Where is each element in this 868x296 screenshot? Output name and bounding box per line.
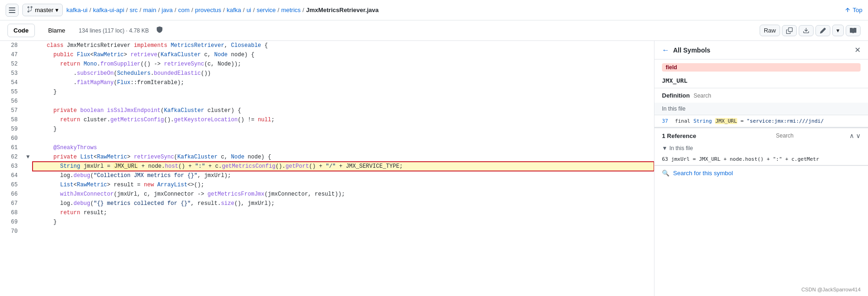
branch-chevron-icon: ▾ (55, 7, 59, 13)
line-number: 57 (0, 106, 23, 115)
breadcrumb-main[interactable]: main (143, 7, 156, 13)
line-code: .flatMapMany(Flux::fromIterable); (33, 78, 654, 87)
top-button[interactable]: Top (844, 7, 862, 13)
line-code (33, 134, 654, 143)
reference-search-input[interactable] (776, 132, 846, 139)
line-number: 66 (0, 190, 23, 199)
table-row: 64 log.debug("Collection JMX metrics for… (0, 171, 654, 180)
code-table: 28 class JmxMetricsRetriever implements … (0, 41, 654, 236)
search-symbol-row[interactable]: 🔍 Search for this symbol (654, 165, 868, 180)
breadcrumb-kafka[interactable]: kafka (227, 7, 241, 13)
reference-count: 1 Reference (662, 132, 696, 139)
sidebar-toggle[interactable] (6, 4, 19, 17)
table-row: 59 } (0, 125, 654, 134)
code-panel[interactable]: 28 class JmxMetricsRetriever implements … (0, 41, 654, 296)
table-row: 55 } (0, 87, 654, 97)
breadcrumb-metrics[interactable]: metrics (281, 7, 300, 13)
breadcrumb-service[interactable]: service (257, 7, 276, 13)
ref-collapse-up[interactable]: ∧ (849, 132, 854, 139)
line-number: 28 (0, 41, 23, 50)
line-number: 70 (0, 227, 23, 236)
line-number: 53 (0, 69, 23, 78)
copy-button[interactable] (782, 25, 797, 36)
table-row: 63 String jmxUrl = JMX_URL + node.host()… (0, 162, 654, 171)
close-button[interactable]: ✕ (855, 46, 861, 54)
symbols-button[interactable] (846, 25, 861, 36)
breadcrumb-com[interactable]: com (178, 7, 190, 13)
line-code: private List<RawMetric> retrieveSync(Kaf… (33, 152, 654, 162)
table-row: 52 return Mono.fromSupplier(() -> retrie… (0, 59, 654, 69)
table-row: 61 @SneakyThrows (0, 143, 654, 152)
definition-search-input[interactable] (694, 92, 861, 99)
line-code: String jmxUrl = JMX_URL + node.host() + … (33, 162, 654, 171)
line-code: return result; (33, 208, 654, 217)
reference-code-ref[interactable]: 63 jmxUrl = JMX_URL + node.host() + ":" … (654, 153, 868, 165)
breadcrumb-kafka-ui-api[interactable]: kafka-ui-api (93, 7, 124, 13)
line-number: 47 (0, 50, 23, 59)
line-code: log.debug("Collection JMX metrics for {}… (33, 171, 654, 180)
search-icon: 🔍 (662, 170, 669, 177)
breadcrumb-provectus[interactable]: provectus (195, 7, 221, 13)
line-code: log.debug("{} metrics collected for {}",… (33, 199, 654, 208)
breadcrumb-ui[interactable]: ui (247, 7, 251, 13)
svg-rect-0 (9, 7, 15, 8)
table-row: 60 (0, 134, 654, 143)
table-row: 53 .subscribeOn(Schedulers.boundedElasti… (0, 69, 654, 78)
line-number: 60 (0, 134, 23, 143)
line-number: 62 (0, 152, 23, 162)
raw-button[interactable]: Raw (760, 25, 780, 36)
collapse-in-this-file[interactable]: ▼ In this file (654, 143, 868, 153)
line-number: 61 (0, 143, 23, 152)
reference-header: 1 Reference ∧ ∨ (662, 132, 861, 139)
line-code: .subscribeOn(Schedulers.boundedElastic()… (33, 69, 654, 78)
edit-button[interactable] (815, 25, 830, 36)
in-this-file-definition: In this file (654, 103, 868, 115)
definition-code-ref[interactable]: 37 final String JMX_URL = "service:jmx:r… (654, 115, 868, 127)
line-number: 55 (0, 87, 23, 97)
field-badge: field (662, 63, 861, 72)
line-code: class JmxMetricsRetriever implements Met… (33, 41, 654, 50)
file-meta: 134 lines (117 loc) · 4.78 KB (79, 27, 149, 34)
line-number: 58 (0, 115, 23, 125)
breadcrumb-src[interactable]: src (130, 7, 138, 13)
line-code: private boolean isSslJmxEndpoint(KafkaCl… (33, 106, 654, 115)
table-row: 47 public Flux<RawMetric> retrieve(Kafka… (0, 50, 654, 59)
line-number: 52 (0, 59, 23, 69)
branch-selector[interactable]: master ▾ (22, 4, 63, 16)
file-header: Code Blame 134 lines (117 loc) · 4.78 KB… (0, 20, 868, 41)
line-number: 54 (0, 78, 23, 87)
watermark: CSDN @JackSparrow414 (801, 287, 861, 292)
line-code: List<RawMetric> result = new ArrayList<>… (33, 180, 654, 190)
right-panel-title: All Symbols (673, 46, 710, 54)
tab-code[interactable]: Code (7, 24, 35, 37)
in-this-file-ref-label: In this file (669, 145, 693, 151)
table-row: 56 (0, 97, 654, 106)
line-number: 64 (0, 171, 23, 180)
back-arrow-icon: ← (662, 46, 669, 54)
tab-blame[interactable]: Blame (42, 24, 72, 37)
line-code: } (33, 87, 654, 97)
line-number: 63 (0, 162, 23, 171)
line-code (33, 97, 654, 106)
line-number: 68 (0, 208, 23, 217)
main-area: 28 class JmxMetricsRetriever implements … (0, 41, 868, 296)
breadcrumb-kafka-ui[interactable]: kafka-ui (67, 7, 88, 13)
ref-controls: ∧ ∨ (849, 132, 861, 139)
svg-rect-1 (9, 10, 15, 11)
table-row: 66 withJmxConnector(jmxUrl, c, jmxConnec… (0, 190, 654, 199)
ref-expand-down[interactable]: ∨ (856, 132, 861, 139)
git-branch-icon (27, 6, 33, 14)
more-button[interactable]: ▾ (832, 25, 844, 36)
table-row: 58 return cluster.getMetricsConfig().get… (0, 115, 654, 125)
line-code (33, 227, 654, 236)
line-code: withJmxConnector(jmxUrl, c, jmxConnector… (33, 190, 654, 199)
line-number: 69 (0, 217, 23, 227)
download-button[interactable] (799, 25, 814, 36)
table-row: 54 .flatMapMany(Flux::fromIterable); (0, 78, 654, 87)
table-row: 62 ▼ private List<RawMetric> retrieveSyn… (0, 152, 654, 162)
table-row: 68 return result; (0, 208, 654, 217)
line-code: } (33, 125, 654, 134)
right-panel-header: ← All Symbols ✕ (654, 41, 868, 59)
table-row: 69 } (0, 217, 654, 227)
breadcrumb-java[interactable]: java (162, 7, 173, 13)
